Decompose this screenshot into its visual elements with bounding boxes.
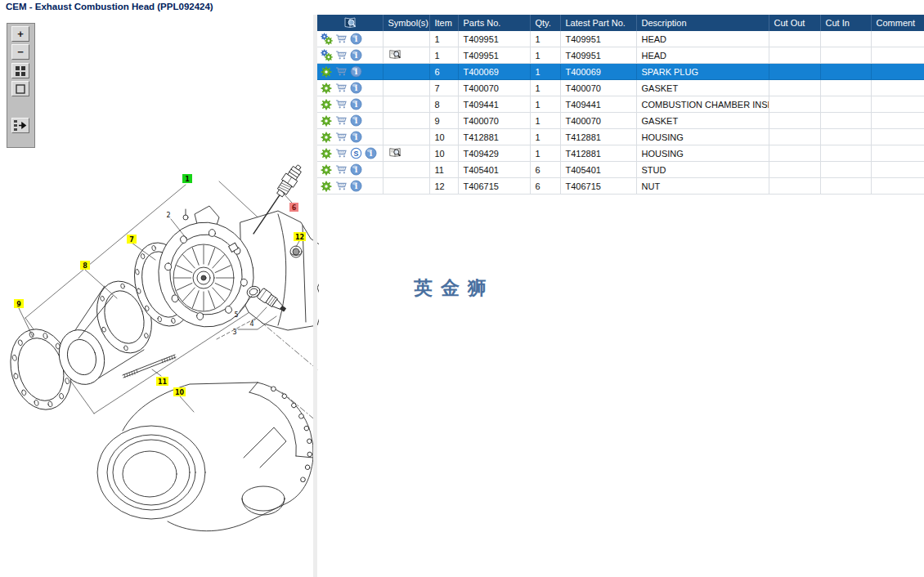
table-row[interactable]: i 10 T412881 1 T412881 HOUSING: [317, 129, 924, 145]
description-cell: GASKET: [636, 113, 769, 129]
cut-in-cell: [820, 145, 871, 162]
description-cell: HOUSING: [636, 145, 769, 162]
row-icons: i: [320, 80, 383, 96]
info-icon[interactable]: i: [349, 33, 362, 46]
gear-icon[interactable]: [320, 114, 333, 127]
gear-double-icon[interactable]: [320, 33, 333, 46]
callout-7[interactable]: 7: [127, 235, 137, 244]
table-row[interactable]: i 7 T400070 1 T400070 GASKET: [317, 80, 924, 96]
col-header-description[interactable]: Description: [636, 15, 769, 31]
cart-icon[interactable]: [334, 33, 348, 46]
cut-out-cell: [769, 96, 820, 113]
svg-text:i: i: [354, 83, 357, 92]
col-header-cut-out[interactable]: Cut Out: [769, 15, 820, 31]
cart-icon[interactable]: [334, 49, 348, 62]
table-row[interactable]: Si 10 T409429 1 T412881 HOUSING: [317, 145, 924, 162]
item-cell: 1: [429, 31, 458, 47]
cut-in-cell: [820, 47, 871, 64]
callout-9[interactable]: 9: [14, 299, 24, 308]
svg-text:i: i: [354, 181, 357, 190]
table-row[interactable]: i 11 T405401 6 T405401 STUD: [317, 162, 924, 178]
cut-in-cell: [820, 162, 871, 178]
cut-in-cell: [820, 31, 871, 47]
symbol-cell: [383, 47, 429, 64]
info-icon[interactable]: i: [349, 82, 362, 95]
description-cell: GASKET: [636, 80, 769, 96]
info-icon[interactable]: i: [349, 49, 362, 62]
info-icon[interactable]: i: [349, 65, 362, 78]
item-cell: 12: [429, 178, 458, 195]
symbol-cell: [383, 162, 429, 178]
info-icon[interactable]: i: [349, 180, 362, 193]
cut-out-cell: [769, 129, 820, 145]
cart-icon[interactable]: [334, 180, 348, 193]
info-icon[interactable]: i: [349, 131, 362, 144]
description-cell: HOUSING: [636, 129, 769, 145]
callout-8[interactable]: 8: [80, 261, 90, 270]
qty-cell: 1: [530, 129, 560, 145]
info-icon[interactable]: i: [349, 98, 362, 111]
latest-part-no-cell: T400069: [560, 64, 636, 80]
col-header-symbols[interactable]: Symbol(s): [383, 15, 429, 31]
svg-text:i: i: [354, 51, 357, 60]
cart-icon[interactable]: [334, 98, 348, 111]
watermark: 英金狮: [414, 275, 495, 301]
cut-in-cell: [820, 80, 871, 96]
s-icon[interactable]: S: [349, 147, 362, 160]
col-header-qty[interactable]: Qty.: [530, 15, 560, 31]
svg-text:7: 7: [129, 236, 134, 244]
item-cell: 11: [429, 162, 458, 178]
table-row[interactable]: i 1 T409951 1 T409951 HEAD: [317, 31, 924, 47]
table-row[interactable]: i 12 T406715 6 T406715 NUT: [317, 178, 924, 195]
callout-11[interactable]: 11: [156, 377, 168, 386]
col-header-cut-in[interactable]: Cut In: [820, 15, 871, 31]
cart-icon[interactable]: [334, 163, 348, 177]
table-row[interactable]: i 8 T409441 1 T409441 COMBUSTION CHAMBER…: [317, 96, 924, 113]
cart-icon[interactable]: [334, 65, 348, 78]
row-icons: i: [320, 162, 383, 177]
callout-3: 3: [232, 329, 236, 336]
gear-double-icon[interactable]: [320, 49, 333, 62]
parts-no-cell: T400070: [458, 113, 530, 129]
info-icon[interactable]: i: [349, 163, 362, 177]
qty-cell: 1: [530, 145, 560, 162]
callout-12[interactable]: 12: [294, 232, 306, 241]
cut-out-cell: [769, 80, 820, 96]
info-icon[interactable]: i: [349, 114, 362, 127]
comment-cell: [871, 113, 924, 129]
gear-icon[interactable]: [320, 65, 333, 78]
cart-icon[interactable]: [334, 147, 348, 160]
cut-out-cell: [769, 64, 820, 80]
book-magnifier-icon[interactable]: [388, 146, 401, 159]
gear-icon[interactable]: [320, 180, 333, 193]
col-header-item[interactable]: Item: [429, 15, 458, 31]
symbol-cell: [383, 129, 429, 145]
col-header-parts-no[interactable]: Parts No.: [458, 15, 530, 31]
callout-6[interactable]: 6: [289, 203, 298, 212]
book-magnifier-icon[interactable]: [388, 48, 401, 61]
table-row[interactable]: i 1 T409951 1 T409951 HEAD: [317, 47, 924, 64]
gear-icon[interactable]: [320, 131, 333, 144]
callout-1[interactable]: 1: [182, 174, 192, 183]
parts-no-cell: T412881: [458, 129, 530, 145]
svg-text:i: i: [354, 132, 357, 141]
col-header-comment[interactable]: Comment: [871, 15, 924, 31]
cut-in-cell: [820, 113, 871, 129]
table-row[interactable]: i 9 T400070 1 T400070 GASKET: [317, 113, 924, 129]
callout-10[interactable]: 10: [173, 387, 186, 396]
housing-10-drawing: [97, 382, 313, 531]
col-header-catalog[interactable]: [317, 15, 383, 31]
info-icon[interactable]: i: [364, 147, 377, 160]
gear-icon[interactable]: [320, 98, 333, 111]
svg-text:i: i: [369, 149, 372, 158]
col-header-latest-part-no[interactable]: Latest Part No.: [560, 15, 636, 31]
cart-icon[interactable]: [334, 114, 348, 127]
gear-icon[interactable]: [320, 163, 333, 177]
gear-icon[interactable]: [320, 147, 333, 160]
qty-cell: 1: [530, 80, 560, 96]
cart-icon[interactable]: [334, 131, 348, 144]
book-magnifier-icon: [343, 16, 357, 29]
cart-icon[interactable]: [334, 82, 348, 95]
table-row[interactable]: i 6 T400069 1 T400069 SPARK PLUG: [317, 64, 924, 80]
gear-icon[interactable]: [320, 82, 333, 95]
